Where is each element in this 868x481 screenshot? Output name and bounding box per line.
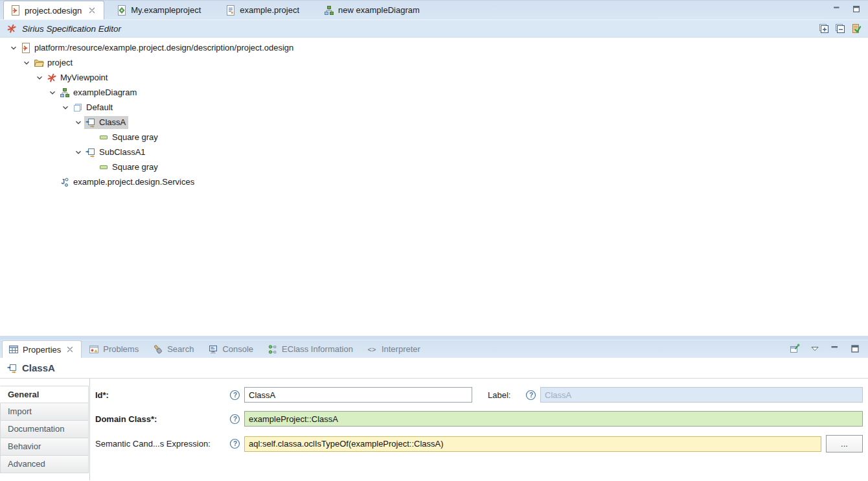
category-tab-behavior[interactable]: Behavior	[0, 438, 89, 456]
svg-text:?: ?	[233, 440, 237, 447]
tree-item-project[interactable]: project	[0, 55, 868, 70]
view-tab-search[interactable]: Search	[147, 340, 200, 358]
tree-item-platform-resource-example-project-design-description-project-odesign[interactable]: platform:/resource/example.project.desig…	[0, 40, 868, 55]
tree-item-label: Square gray	[112, 132, 158, 142]
expand-all-icon[interactable]	[819, 23, 829, 34]
tree-item-label: example.project.design.Services	[73, 177, 194, 187]
tree-item-content: MyViewpoint	[45, 71, 110, 84]
semantic-candidates-field-label: Semantic Cand...s Expression:	[95, 439, 229, 449]
editor-toolbar	[819, 23, 862, 34]
view-tab-eclass-information[interactable]: EClass Information	[262, 340, 359, 358]
tree-item-content: SubClassA1	[84, 146, 148, 159]
close-icon[interactable]	[65, 345, 75, 354]
tree-item-example-project-design-services[interactable]: Jexample.project.design.Services	[0, 174, 868, 189]
editor-tab-bar: project.odesignMy.exampleprojectexample.…	[0, 0, 868, 19]
domain-class-field-row: Domain Class*: ?	[95, 411, 865, 427]
tree-item-content: Square gray	[97, 161, 161, 174]
editor-tab-my-exampleproject[interactable]: My.exampleproject	[110, 1, 207, 19]
chevron-down-icon[interactable]	[34, 73, 45, 83]
svg-text:J: J	[62, 178, 65, 185]
selected-element-title: ClassA	[22, 362, 55, 373]
tree-item-label: ClassA	[99, 117, 126, 127]
editor-window-controls	[832, 5, 862, 14]
eclass-icon	[268, 344, 278, 355]
tree-item-label: project	[47, 58, 73, 67]
minimize-icon[interactable]	[830, 344, 840, 354]
search-icon	[153, 344, 163, 355]
tab-label: Console	[222, 344, 253, 354]
model-file-icon	[117, 5, 127, 16]
view-menu-icon[interactable]	[810, 344, 820, 354]
tab-label: My.exampleproject	[131, 5, 201, 15]
specification-tree: platform:/resource/example.project.desig…	[0, 38, 868, 336]
node-icon	[86, 117, 96, 128]
help-icon[interactable]: ?	[229, 414, 240, 425]
help-icon[interactable]: ?	[229, 390, 240, 401]
editor-title: Sirius Specification Editor	[22, 24, 121, 34]
tree-item-square-gray[interactable]: Square gray	[0, 130, 868, 145]
label-input[interactable]	[540, 387, 863, 403]
id-input[interactable]	[244, 387, 472, 403]
chevron-down-icon[interactable]	[47, 88, 58, 98]
view-tab-interpreter[interactable]: <>Interpreter	[361, 340, 426, 358]
properties-body: GeneralImportDocumentationBehaviorAdvanc…	[0, 379, 868, 480]
indent-spacer	[47, 177, 58, 187]
tree-item-default[interactable]: Default	[0, 100, 868, 115]
category-tab-import[interactable]: Import	[0, 403, 89, 421]
tab-label: EClass Information	[282, 344, 353, 354]
view-tabs: PropertiesProblemsSearchConsoleEClass In…	[2, 340, 428, 358]
validate-icon[interactable]	[851, 23, 862, 34]
svg-text:?: ?	[233, 416, 237, 423]
style-square-icon	[98, 132, 109, 143]
chevron-down-icon[interactable]	[73, 117, 84, 128]
category-tab-advanced[interactable]: Advanced	[0, 456, 89, 473]
odesign-file-icon	[10, 5, 21, 16]
category-tab-general[interactable]: General	[0, 386, 89, 403]
interpreter-icon: <>	[367, 344, 378, 355]
view-tab-properties[interactable]: Properties	[2, 340, 82, 358]
tree-item-content: platform:/resource/example.project.desig…	[19, 41, 296, 54]
console-icon	[208, 344, 218, 355]
help-icon[interactable]: ?	[229, 438, 240, 449]
properties-form: Id*: ? Label: ? Domain Class*: ? Semanti…	[90, 379, 868, 480]
tab-label: project.odesign	[25, 6, 82, 16]
editor-tab-project-odesign[interactable]: project.odesign	[3, 1, 104, 19]
java-service-icon: J	[60, 177, 70, 187]
diagram-icon	[60, 88, 70, 98]
tab-label: Problems	[103, 344, 139, 354]
odesign-file-icon	[21, 43, 31, 53]
chevron-down-icon[interactable]	[73, 147, 84, 158]
properties-icon	[8, 344, 19, 355]
category-tab-documentation[interactable]: Documentation	[0, 421, 89, 438]
tree-item-square-gray[interactable]: Square gray	[0, 159, 868, 174]
close-icon[interactable]	[87, 6, 97, 15]
tree-item-label: exampleDiagram	[73, 88, 137, 97]
tree-item-subclassa1[interactable]: SubClassA1	[0, 145, 868, 159]
label-field-label: Label:	[488, 390, 525, 400]
indent-spacer	[86, 132, 97, 143]
semantic-candidates-input[interactable]	[244, 436, 821, 452]
tree-item-classa[interactable]: ClassA	[0, 115, 868, 130]
sirius-icon	[47, 73, 57, 83]
indent-spacer	[86, 162, 97, 172]
maximize-icon[interactable]	[851, 5, 862, 14]
editor-tab-example-project[interactable]: example.project	[219, 1, 306, 19]
sirius-editor-header: Sirius Specification Editor	[0, 19, 868, 38]
style-square-icon	[98, 162, 109, 172]
pin-view-icon[interactable]	[790, 344, 800, 354]
help-icon[interactable]: ?	[525, 390, 536, 401]
tree-item-myviewpoint[interactable]: MyViewpoint	[0, 70, 868, 85]
chevron-down-icon[interactable]	[60, 102, 71, 113]
chevron-down-icon[interactable]	[8, 43, 19, 53]
editor-tab-new-examplediagram[interactable]: new exampleDiagram	[317, 1, 426, 19]
domain-class-field-label: Domain Class*:	[95, 414, 229, 424]
view-tab-problems[interactable]: Problems	[83, 340, 144, 358]
collapse-all-icon[interactable]	[835, 23, 845, 34]
expression-editor-button[interactable]: ...	[826, 435, 863, 452]
maximize-icon[interactable]	[850, 344, 860, 354]
minimize-icon[interactable]	[832, 5, 842, 14]
view-tab-console[interactable]: Console	[202, 340, 259, 358]
domain-class-input[interactable]	[244, 411, 863, 427]
tree-item-examplediagram[interactable]: exampleDiagram	[0, 85, 868, 100]
chevron-down-icon[interactable]	[21, 58, 32, 68]
